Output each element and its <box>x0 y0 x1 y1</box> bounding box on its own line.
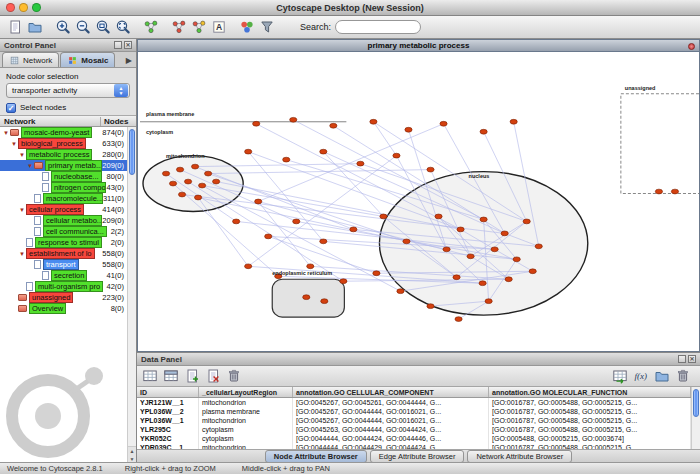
network-node[interactable] <box>393 153 400 158</box>
expander-icon[interactable]: ▼ <box>18 207 26 213</box>
tree-row-response-to-stimul[interactable]: response to stimul2(0) <box>0 237 127 248</box>
network-node[interactable] <box>184 179 191 184</box>
network-node[interactable] <box>491 247 498 252</box>
network-node[interactable] <box>455 317 462 322</box>
tree-row-biological-process[interactable]: ▼biological_process633(0) <box>0 138 127 149</box>
network-node[interactable] <box>245 264 252 269</box>
network-node[interactable] <box>501 231 508 236</box>
network-node[interactable] <box>320 239 327 244</box>
tree-row-multi-organism-pro[interactable]: multi-organism pro42(0) <box>0 281 127 292</box>
network-node[interactable] <box>453 275 460 280</box>
tree-row-secretion[interactable]: secretion41(0) <box>0 270 127 281</box>
network-canvas-svg[interactable]: plasma membranecytoplasmmitochondrionnuc… <box>138 52 699 351</box>
network-node[interactable] <box>405 127 412 132</box>
network-edge[interactable] <box>208 170 430 174</box>
network-node[interactable] <box>505 277 512 282</box>
network-node[interactable] <box>213 179 220 184</box>
network-canvas[interactable]: plasma membranecytoplasmmitochondrionnuc… <box>138 52 699 351</box>
network-node[interactable] <box>191 164 198 169</box>
table-row[interactable]: YPL036W__2plasma membrane[GO:0045267, GO… <box>137 407 691 416</box>
tree-row-unassigned[interactable]: unassigned223(0) <box>0 292 127 303</box>
table-row[interactable]: YKR052Ccytoplasm[GO:0044444, GO:0044424,… <box>137 434 691 443</box>
network-node[interactable] <box>255 199 262 204</box>
tab-edge-attribute-browser[interactable]: Edge Attribute Browser <box>370 450 465 463</box>
table-scrollbar[interactable] <box>691 387 700 449</box>
tree-row-primary-metab[interactable]: ▼primary metab...209(0) <box>0 160 127 171</box>
network-node[interactable] <box>283 157 290 162</box>
network-node[interactable] <box>195 195 202 200</box>
network-node[interactable] <box>523 219 530 224</box>
network-node[interactable] <box>330 123 337 128</box>
new-network-from-selection-icon[interactable] <box>190 18 208 36</box>
column-header[interactable]: _cellularLayoutRegion <box>199 387 293 397</box>
tab-node-attribute-browser[interactable]: Node Attribute Browser <box>265 450 367 463</box>
expander-icon[interactable]: ▼ <box>2 130 10 136</box>
tree-row-cellular-process[interactable]: ▼cellular process414(0) <box>0 204 127 215</box>
float-panel-icon[interactable] <box>678 355 686 363</box>
network-node[interactable] <box>162 171 169 176</box>
tree-scrollbar-thumb[interactable] <box>129 129 135 175</box>
network-node[interactable] <box>380 214 387 219</box>
network-node[interactable] <box>293 219 300 224</box>
network-node[interactable] <box>529 269 536 274</box>
open-folder-icon[interactable] <box>653 367 671 385</box>
network-node[interactable] <box>479 281 486 286</box>
network-node[interactable] <box>443 247 450 252</box>
import-attributes-icon[interactable] <box>611 367 629 385</box>
table-row[interactable]: YJR121W__1mitochondrion[GO:0045267, GO:0… <box>137 398 691 407</box>
float-panel-icon[interactable] <box>114 41 122 49</box>
table-row[interactable]: YLR295Ccytoplasm[GO:0045263, GO:0044444,… <box>137 425 691 434</box>
select-attributes-icon[interactable] <box>141 367 159 385</box>
network-node[interactable] <box>233 219 240 224</box>
tree-scrollbar[interactable]: ▲▼ <box>127 127 136 462</box>
tree-row-mosaic-demo-yeast[interactable]: ▼mosaic-demo-yeast874(0) <box>0 127 127 138</box>
network-node[interactable] <box>245 149 252 154</box>
network-node[interactable] <box>350 227 357 232</box>
network-node[interactable] <box>373 271 380 276</box>
zoom-fit-icon[interactable] <box>114 18 132 36</box>
tab-overflow-arrow-icon[interactable]: ▶ <box>126 56 136 67</box>
new-attribute-icon[interactable] <box>183 367 201 385</box>
network-node[interactable] <box>199 183 206 188</box>
clear-attribute-icon[interactable] <box>225 367 243 385</box>
tab-network[interactable]: Network <box>2 52 59 67</box>
hide-selected-icon[interactable] <box>170 18 188 36</box>
filter-icon[interactable] <box>258 18 276 36</box>
table-row[interactable]: YDR039C__1mitochondrion[GO:0044444, GO:0… <box>137 443 691 449</box>
view-close-icon[interactable] <box>688 43 695 50</box>
expander-icon[interactable]: ▼ <box>18 251 26 257</box>
new-session-icon[interactable] <box>6 18 24 36</box>
color-attribute-dropdown[interactable]: transporter activity ▲▼ <box>6 83 130 98</box>
network-node[interactable] <box>176 167 183 172</box>
network-view-titlebar[interactable]: primary metabolic process <box>138 40 699 52</box>
network-node[interactable] <box>397 289 404 294</box>
network-node[interactable] <box>467 254 474 259</box>
network-node[interactable] <box>290 117 297 122</box>
unselect-attributes-icon[interactable] <box>162 367 180 385</box>
annotation-icon[interactable]: A <box>210 18 228 36</box>
network-node[interactable] <box>427 167 434 172</box>
network-node[interactable] <box>513 257 520 262</box>
zoom-in-icon[interactable] <box>54 18 72 36</box>
function-builder-icon[interactable]: f(x) <box>632 367 650 385</box>
network-node[interactable] <box>321 299 328 304</box>
tree-row-cell-communica[interactable]: cell communica...2(2) <box>0 226 127 237</box>
network-node[interactable] <box>655 189 662 194</box>
network-edge[interactable] <box>373 122 396 156</box>
network-node[interactable] <box>169 181 176 186</box>
network-node[interactable] <box>303 295 310 300</box>
table-row[interactable]: YPL036W__1mitochondrion[GO:0045267, GO:0… <box>137 416 691 425</box>
overview-icon[interactable] <box>142 18 160 36</box>
delete-attribute-icon[interactable] <box>204 367 222 385</box>
network-edge[interactable] <box>258 202 310 267</box>
search-input[interactable] <box>335 20 421 34</box>
column-header[interactable]: annotation.GO CELLULAR_COMPONENT <box>293 387 489 397</box>
network-edge[interactable] <box>293 120 483 220</box>
network-node[interactable] <box>340 279 347 284</box>
tree-row-establishment-of-lo[interactable]: ▼establishment of lo558(0) <box>0 248 127 259</box>
tree-row-macromolecule[interactable]: macromolecule...311(0) <box>0 193 127 204</box>
delete-icon[interactable] <box>674 367 692 385</box>
expander-icon[interactable]: ▼ <box>26 163 34 169</box>
tree-row-transport[interactable]: transport558(0) <box>0 259 127 270</box>
close-panel-icon[interactable]: ✕ <box>688 355 696 363</box>
